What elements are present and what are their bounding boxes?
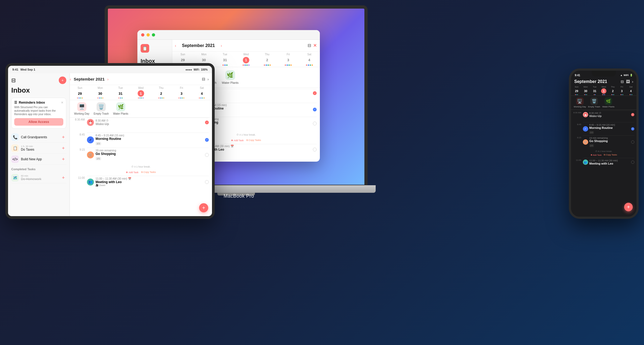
ipad-shortcut-water-plants[interactable]: 🌿 Water Plants bbox=[113, 102, 128, 115]
iphone-signal-icon: ▲ bbox=[620, 74, 623, 77]
ipad-timeline: 8:30 AM ⏰ 8:30 AM ⏱ Wake Up ✓ bbox=[70, 118, 212, 191]
ipad-reminders-list-icon: ☰ bbox=[14, 101, 17, 104]
ipad-row-meeting: 11:00 👥 11:00 – 11:30 AM (30 min) 📅 Meet… bbox=[70, 176, 212, 191]
ipad-cal-forward-icon[interactable]: › bbox=[207, 77, 209, 82]
mac-close-btn[interactable] bbox=[141, 33, 144, 37]
ipad-fab-btn[interactable]: + bbox=[199, 203, 208, 212]
ipad-shortcut-empty-trash[interactable]: 🗑️ Empty Trash bbox=[94, 102, 109, 115]
iphone-shortcut-working-day[interactable]: 🖥️ Working Day bbox=[574, 97, 586, 108]
iphone-day-sun[interactable]: Sun 29 bbox=[572, 85, 581, 96]
mac-copy-tasks-btn[interactable]: ⧉ Copy Tasks bbox=[246, 139, 261, 142]
ipad-time: 9:41 bbox=[12, 68, 18, 71]
iphone-break-row: ⏱ A 1 hour break. ✚ Add Task ⧉ Copy Task… bbox=[573, 148, 634, 157]
iphone-shopping-check[interactable] bbox=[631, 140, 634, 144]
mac-day-thu[interactable]: Thu 2 bbox=[257, 52, 278, 67]
iphone-add-task-btn[interactable]: ✚ Add Task bbox=[591, 154, 602, 156]
ipad-cal-prev-btn[interactable]: ‹ bbox=[70, 77, 71, 81]
iphone-cal-forward-icon[interactable]: › bbox=[632, 79, 633, 84]
task-homework-add-btn[interactable]: + bbox=[60, 175, 66, 181]
task-newapp-add-btn[interactable]: + bbox=[60, 156, 66, 162]
iphone-cal-photo-icon[interactable]: 🖼 bbox=[626, 79, 630, 84]
ipad-reminders-desc: With Structured Pro you can automaticall… bbox=[14, 106, 63, 116]
ipad-meeting-icon: 👥 bbox=[87, 179, 94, 186]
mac-shortcut-water-plants[interactable]: 🌿 Water Plants bbox=[222, 70, 239, 84]
mac-day-wed[interactable]: Wed 1 bbox=[236, 52, 257, 67]
iphone-copy-tasks-btn[interactable]: ⧉ Copy Tasks bbox=[604, 154, 617, 156]
mac-day-sat[interactable]: Sat 4 bbox=[299, 52, 320, 67]
iphone-day-thu[interactable]: Thu 2 bbox=[608, 85, 617, 96]
ipad-shopping-check[interactable] bbox=[205, 153, 209, 157]
ipad-copy-tasks-btn[interactable]: ⧉ Copy Tasks bbox=[141, 171, 156, 174]
ipad-allow-access-btn[interactable]: Allow Access bbox=[14, 118, 63, 126]
mac-day-tue[interactable]: Tue 31 bbox=[214, 52, 236, 67]
iphone-meeting-icon: 👥 bbox=[583, 159, 588, 165]
ipad-app: ⊟ + Inbox ☰ Reminders Inbox ✕ With Struc… bbox=[8, 73, 212, 216]
iphone-day-mon[interactable]: Mon 30 bbox=[581, 85, 590, 96]
ipad-cal-grid-icon[interactable]: ⊟ bbox=[202, 77, 205, 82]
ipad-cal-header-right: ⊟ › bbox=[202, 77, 212, 82]
ipad-cal-month: September 2021 bbox=[74, 77, 105, 81]
mac-cal-next-btn[interactable]: › bbox=[218, 42, 225, 49]
ipad-row-shopping: 9:15 🛒 19 min remaining Go Shopping 2/5 bbox=[70, 148, 212, 163]
mac-maximize-btn[interactable] bbox=[152, 33, 155, 37]
ipad-day-mon[interactable]: Mon 30 bbox=[90, 85, 111, 100]
meeting-check[interactable] bbox=[313, 148, 317, 151]
iphone-shortcut-empty-trash[interactable]: 🗑️ Empty Trash bbox=[588, 97, 600, 108]
iphone-day-wed[interactable]: Wed 1 bbox=[599, 85, 608, 96]
iphone-row-wakeup: 8:30 AM ⏰ 8:30 AM ⏱ Wake Up ✓ bbox=[573, 110, 634, 122]
ipad-working-day-icon: 🖥️ bbox=[77, 102, 86, 111]
ipad-shopping-icon: 🛒 bbox=[87, 151, 94, 158]
mac-cal-view-icon[interactable]: ⊟ bbox=[308, 43, 311, 48]
ipad-day-thu[interactable]: Thu 2 bbox=[151, 85, 171, 100]
ipad-meeting-check[interactable] bbox=[205, 180, 209, 184]
shopping-check[interactable] bbox=[313, 122, 317, 125]
mac-cal-add-icon[interactable]: ✕ bbox=[313, 43, 317, 48]
iphone-cal-grid-icon[interactable]: ⊟ bbox=[621, 79, 624, 84]
iphone-fab-btn[interactable]: + bbox=[624, 203, 633, 211]
ipad-sidebar: ⊟ + Inbox ☰ Reminders Inbox ✕ With Struc… bbox=[8, 73, 70, 216]
iphone-day-fri[interactable]: Fri 3 bbox=[617, 85, 627, 96]
ipad-shortcut-working-day[interactable]: 🖥️ Working Day bbox=[74, 102, 89, 115]
mac-cal-month: September 2021 bbox=[182, 43, 215, 48]
mac-day-fri[interactable]: Fri 3 bbox=[278, 52, 299, 67]
ipad-sidebar-collapse-icon[interactable]: ⊟ bbox=[11, 77, 16, 83]
mac-add-task-btn[interactable]: ✚ Add Task bbox=[231, 139, 244, 142]
iphone-day-tue[interactable]: Tue 31 bbox=[590, 85, 599, 96]
ipad-day-sat[interactable]: Sat 4 bbox=[192, 85, 212, 100]
ipad-cal-next-btn[interactable]: › bbox=[107, 77, 109, 81]
ipad-day-tue[interactable]: Tue 31 bbox=[110, 85, 131, 100]
iphone-screen: 9:41 ▲ WiFi 🔋 September 2021 ⊟ 🖼 › Sun 2… bbox=[571, 71, 636, 217]
task-newapp-icon: </> bbox=[11, 155, 19, 163]
ipad-add-task-btn[interactable]: ✚ Add Task bbox=[126, 171, 138, 174]
mac-minimize-btn[interactable] bbox=[147, 33, 150, 37]
iphone-wakeup-check[interactable]: ✓ bbox=[631, 113, 634, 116]
wakeup-check[interactable]: ✓ bbox=[313, 91, 317, 95]
ipad-task-call: 📞 Call Grandparents + bbox=[11, 132, 66, 143]
routine-check[interactable]: ✓ bbox=[313, 108, 317, 111]
task-call-add-btn[interactable]: + bbox=[60, 134, 66, 140]
ipad-battery: 100% bbox=[201, 68, 208, 71]
ipad-reminders-dismiss[interactable]: ✕ bbox=[61, 101, 63, 104]
ipad-day-wed[interactable]: Wed 1 bbox=[131, 85, 151, 100]
iphone-week-row: Sun 29 Mon 30 Tue 31 Wed 1 Thu 2 bbox=[571, 85, 636, 96]
ipad-status-right: ●●●● WiFi 100% bbox=[185, 68, 208, 71]
iphone-time: 9:41 bbox=[575, 72, 580, 77]
ipad-reminders-title: Reminders Inbox bbox=[19, 101, 45, 104]
iphone-shortcut-row: 🖥️ Working Day 🗑️ Empty Trash 🌿 Water Pl… bbox=[571, 96, 636, 110]
iphone-day-sat[interactable]: Sat 4 bbox=[626, 85, 635, 96]
ipad-task-taxes: 📋 1 h, 30 min Do Taxes + bbox=[11, 143, 66, 154]
ipad-day-fri[interactable]: Fri 3 bbox=[171, 85, 192, 100]
iphone-meeting-check[interactable] bbox=[631, 161, 634, 164]
task-taxes-add-btn[interactable]: + bbox=[60, 145, 66, 151]
ipad-routine-check[interactable]: ✓ bbox=[205, 138, 209, 142]
ipad-day-sun[interactable]: Sun 29 bbox=[70, 85, 90, 100]
iphone-row-shopping: 9:15 🛒 19 min remaining Go Shopping 2/5 bbox=[573, 135, 634, 148]
mac-cal-prev-btn[interactable]: ‹ bbox=[172, 42, 179, 49]
iphone-routine-check[interactable]: ✓ bbox=[631, 127, 634, 130]
iphone-device: 9:41 ▲ WiFi 🔋 September 2021 ⊟ 🖼 › Sun 2… bbox=[569, 68, 639, 219]
iphone-shopping-icon: 🛒 bbox=[583, 139, 588, 145]
ipad-wakeup-check[interactable]: ✓ bbox=[205, 121, 209, 124]
iphone-wakeup-icon: ⏰ bbox=[583, 112, 588, 117]
iphone-shortcut-water-plants[interactable]: 🌿 Water Plants bbox=[602, 97, 615, 108]
ipad-sidebar-add-btn[interactable]: + bbox=[59, 77, 66, 84]
